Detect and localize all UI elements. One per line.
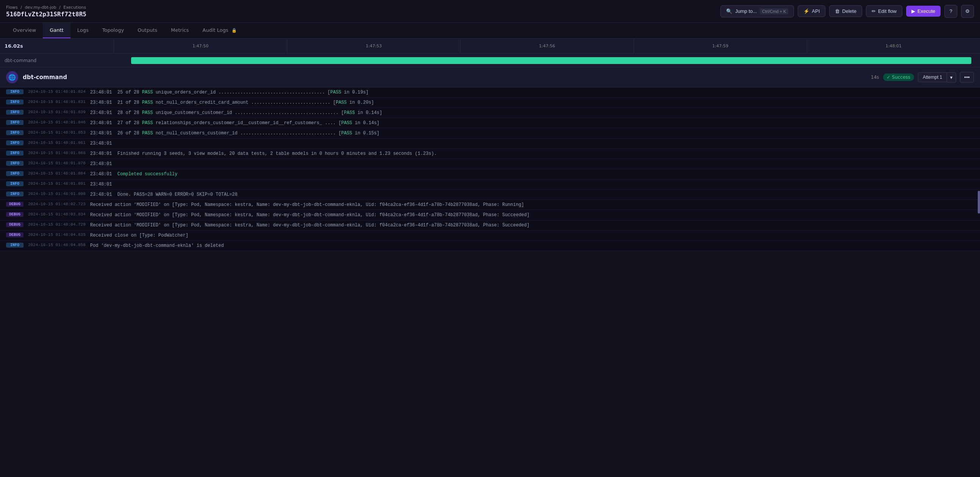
tick-4: 1:47:59 <box>634 39 807 54</box>
search-icon: 🔍 <box>726 8 732 14</box>
log-message: Pod 'dev-my-dbt-job-dbt-command-eknla' i… <box>90 242 974 249</box>
tab-metrics[interactable]: Metrics <box>164 23 196 38</box>
main-content: INFO 2024-10-15 01:48:01.824 23:48:01 25… <box>0 87 980 477</box>
task-duration: 14s <box>871 74 879 80</box>
log-level-info: INFO <box>6 130 24 135</box>
breadcrumb-executions[interactable]: Executions <box>63 5 86 10</box>
log-timestamp: 2024-10-15 01:48:01.861 <box>28 141 86 145</box>
breadcrumb-sep1: / <box>21 5 22 10</box>
log-level-info: INFO <box>6 120 24 125</box>
task-header: 🌐 dbt-command 14s Success Attempt 1 ▾ ••… <box>0 67 980 87</box>
jump-to-label: Jump to... <box>735 8 757 14</box>
log-level-info: INFO <box>6 192 24 197</box>
log-timestamp: 2024-10-15 01:48:04.729 <box>28 222 86 227</box>
jump-to-button[interactable]: 🔍 Jump to... Ctrl/Cmd + K <box>721 5 794 17</box>
tab-audit-logs[interactable]: Audit Logs 🔒 <box>196 23 243 38</box>
log-timestamp: 2024-10-15 01:48:01.876 <box>28 161 86 165</box>
api-button[interactable]: ⚡ API <box>798 5 826 17</box>
scrollbar-thumb[interactable] <box>978 191 980 214</box>
log-message: 23:48:01 25 of 28 PASS unique_orders_ord… <box>90 89 974 96</box>
log-timestamp: 2024-10-15 01:48:01.831 <box>28 100 86 104</box>
log-timestamp: 2024-10-15 01:48:03.834 <box>28 212 86 217</box>
lock-icon: 🔒 <box>232 28 237 33</box>
log-entry: INFO 2024-10-15 01:48:04.858 Pod 'dev-my… <box>0 241 980 251</box>
tick-5: 1:48:01 <box>807 39 980 54</box>
log-level-info: INFO <box>6 151 24 155</box>
log-level-info: INFO <box>6 89 24 94</box>
log-message: Received close on [Type: PodWatcher] <box>90 232 974 239</box>
log-message: 23:48:01 21 of 28 PASS not_null_orders_c… <box>90 99 974 106</box>
breadcrumb-job[interactable]: dev.my-dbt-job <box>25 5 56 10</box>
log-message: 23:48:01 28 of 28 PASS unique_customers_… <box>90 109 974 116</box>
execution-id: 516DfLvZt2p31SRf72t8R5 <box>6 11 86 18</box>
task-name: dbt-command <box>23 74 866 81</box>
log-timestamp: 2024-10-15 01:48:01.898 <box>28 192 86 196</box>
log-entry: INFO 2024-10-15 01:48:01.846 23:48:01 27… <box>0 118 980 128</box>
log-level-debug: DEBUG <box>6 222 24 227</box>
gantt-area: 16.02s 1:47:50 1:47:53 1:47:56 1:47:59 1… <box>0 39 980 67</box>
log-entry: INFO 2024-10-15 01:48:01.868 23:48:01 Fi… <box>0 149 980 159</box>
gantt-bar <box>131 57 971 64</box>
tab-gantt[interactable]: Gantt <box>43 23 70 38</box>
timeline-header: 16.02s 1:47:50 1:47:53 1:47:56 1:47:59 1… <box>0 39 980 54</box>
dbt-icon: 🌐 <box>8 74 16 81</box>
gantt-bar-area <box>114 54 980 67</box>
settings-icon: ⚙ <box>965 8 970 14</box>
help-button[interactable]: ? <box>944 5 957 18</box>
log-timestamp: 2024-10-15 01:48:01.868 <box>28 151 86 155</box>
more-options-button[interactable]: ••• <box>960 72 974 82</box>
top-bar-right: 🔍 Jump to... Ctrl/Cmd + K ⚡ API 🗑 Delete… <box>721 5 974 18</box>
log-entry: INFO 2024-10-15 01:48:01.876 23:48:01 <box>0 159 980 169</box>
log-timestamp: 2024-10-15 01:48:01.884 <box>28 171 86 176</box>
log-level-info: INFO <box>6 161 24 166</box>
log-entry: INFO 2024-10-15 01:48:01.861 23:48:01 <box>0 139 980 149</box>
log-level-info: INFO <box>6 181 24 186</box>
help-icon: ? <box>949 8 952 14</box>
log-message: 23:48:01 Finished running 3 seeds, 3 vie… <box>90 150 974 157</box>
attempt-button[interactable]: Attempt 1 <box>918 72 947 82</box>
breadcrumb-flows[interactable]: Flows <box>6 5 18 10</box>
api-icon: ⚡ <box>803 8 810 14</box>
log-level-info: INFO <box>6 141 24 145</box>
edit-flow-button[interactable]: ✏ Edit flow <box>866 5 902 17</box>
log-message: Received action 'MODIFIED' on [Type: Pod… <box>90 201 974 208</box>
log-entry: INFO 2024-10-15 01:48:01.884 23:48:01 Co… <box>0 169 980 179</box>
log-timestamp: 2024-10-15 01:48:01.846 <box>28 120 86 125</box>
tab-overview[interactable]: Overview <box>6 23 43 38</box>
log-level-debug: DEBUG <box>6 212 24 217</box>
attempt-selector: Attempt 1 ▾ <box>918 72 956 82</box>
delete-button[interactable]: 🗑 Delete <box>829 5 862 17</box>
log-entry: DEBUG 2024-10-15 01:48:02.723 Received a… <box>0 200 980 210</box>
top-bar: Flows / dev.my-dbt-job / Executions 516D… <box>0 0 980 23</box>
status-badge: Success <box>883 73 914 81</box>
log-entry: DEBUG 2024-10-15 01:48:04.835 Received c… <box>0 231 980 241</box>
tab-logs[interactable]: Logs <box>70 23 95 38</box>
tab-topology[interactable]: Topology <box>95 23 131 38</box>
edit-label: Edit flow <box>878 8 897 14</box>
log-message: 23:48:01 27 of 28 PASS relationships_ord… <box>90 120 974 127</box>
settings-button[interactable]: ⚙ <box>961 5 974 18</box>
api-label: API <box>812 8 820 14</box>
log-entry: INFO 2024-10-15 01:48:01.839 23:48:01 28… <box>0 108 980 118</box>
gantt-row-dbt-command[interactable]: dbt-command <box>0 54 980 67</box>
execute-button[interactable]: ▶ Execute <box>906 6 940 17</box>
tick-2: 1:47:53 <box>287 39 460 54</box>
tick-1: 1:47:50 <box>114 39 287 54</box>
log-message: Received action 'MODIFIED' on [Type: Pod… <box>90 222 974 229</box>
top-bar-left: Flows / dev.my-dbt-job / Executions 516D… <box>6 5 86 18</box>
log-message: Received action 'MODIFIED' on [Type: Pod… <box>90 212 974 219</box>
breadcrumb-sep2: / <box>59 5 60 10</box>
delete-label: Delete <box>842 8 856 14</box>
log-timestamp: 2024-10-15 01:48:01.824 <box>28 89 86 94</box>
task-icon: 🌐 <box>6 71 18 83</box>
attempt-chevron-button[interactable]: ▾ <box>947 72 956 82</box>
log-container: INFO 2024-10-15 01:48:01.824 23:48:01 25… <box>0 87 980 251</box>
log-level-info: INFO <box>6 242 24 247</box>
log-message: 23:48:01 <box>90 140 974 147</box>
log-entry: DEBUG 2024-10-15 01:48:04.729 Received a… <box>0 220 980 231</box>
log-message: 23:48:01 <box>90 181 974 188</box>
log-timestamp: 2024-10-15 01:48:02.723 <box>28 202 86 206</box>
tab-outputs[interactable]: Outputs <box>131 23 164 38</box>
log-entry: INFO 2024-10-15 01:48:01.891 23:48:01 <box>0 179 980 190</box>
breadcrumb: Flows / dev.my-dbt-job / Executions <box>6 5 86 10</box>
